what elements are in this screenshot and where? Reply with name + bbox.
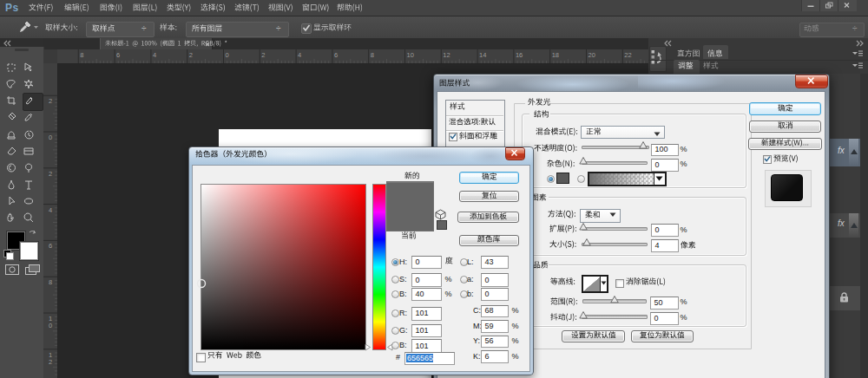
svg-text:12: 12 <box>443 51 450 59</box>
svg-text:8: 8 <box>80 51 83 59</box>
svg-text:2: 2 <box>261 51 265 59</box>
svg-text:8: 8 <box>371 51 374 59</box>
svg-text:2: 2 <box>49 170 52 178</box>
svg-text:2: 2 <box>49 97 52 105</box>
svg-text:4: 4 <box>49 206 52 214</box>
svg-text:2: 2 <box>189 51 193 59</box>
svg-text:4: 4 <box>153 51 156 59</box>
svg-text:2: 2 <box>49 358 52 366</box>
svg-text:18: 18 <box>552 51 559 59</box>
svg-text:4: 4 <box>298 51 301 59</box>
svg-text:10: 10 <box>407 51 414 59</box>
svg-text:16: 16 <box>516 51 523 59</box>
svg-text:6: 6 <box>334 51 338 59</box>
svg-text:6: 6 <box>116 51 120 59</box>
svg-text:6: 6 <box>49 242 52 250</box>
svg-text:0: 0 <box>226 51 229 59</box>
svg-text:20: 20 <box>589 51 595 59</box>
svg-text:8: 8 <box>49 278 52 286</box>
svg-text:22: 22 <box>624 51 631 59</box>
svg-text:0: 0 <box>49 322 52 329</box>
svg-text:0: 0 <box>49 134 52 141</box>
svg-text:14: 14 <box>479 51 486 59</box>
